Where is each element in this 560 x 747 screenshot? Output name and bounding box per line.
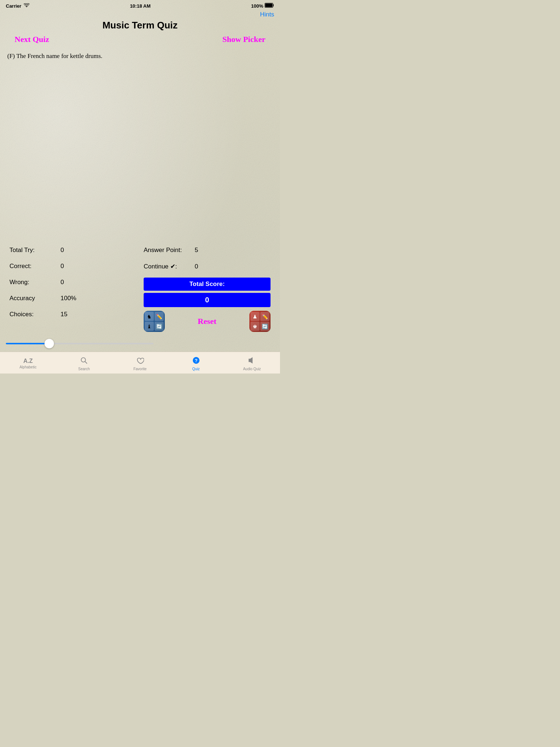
speaker-icon	[248, 356, 256, 366]
app-title: Music Term Quiz	[0, 20, 280, 31]
tab-audio-quiz-label: Audio Quiz	[243, 367, 261, 371]
hints-link[interactable]: Hints	[0, 11, 280, 18]
carrier-label: Carrier	[6, 3, 22, 9]
quiz-icon: ?	[192, 356, 200, 366]
time-display: 10:18 AM	[130, 3, 151, 9]
continue-value: 0	[195, 263, 198, 270]
search-icon	[80, 356, 88, 366]
tab-alphabetic[interactable]: A.Z Alphabetic	[0, 356, 56, 370]
total-try-value: 0	[61, 247, 64, 254]
choices-label: Choices:	[9, 311, 53, 318]
accuracy-label: Accuracy	[9, 295, 53, 302]
wifi-icon	[24, 3, 30, 9]
tab-alphabetic-label: Alphabetic	[19, 365, 36, 369]
correct-label: Correct:	[9, 263, 53, 270]
alphabetic-icon: A.Z	[23, 358, 33, 364]
stats-section: Total Try: 0 Correct: 0 Wrong: 0 Accurac…	[0, 239, 280, 352]
question-text: (F) The French name for kettle drums.	[7, 51, 273, 61]
svg-text:?: ?	[195, 357, 198, 363]
choices-slider[interactable]	[6, 343, 153, 344]
tab-quiz-label: Quiz	[192, 367, 200, 371]
bottom-icons-row: ♞ ✏️ ♝ 🔄 Reset ♟ ✏️ ♚	[140, 311, 274, 332]
status-bar: Carrier 10:18 AM 100%	[0, 0, 280, 10]
tab-quiz[interactable]: ? Quiz	[168, 354, 224, 372]
accuracy-row: Accuracy 100%	[6, 290, 140, 306]
total-score-value: 0	[144, 293, 271, 307]
stats-grid: Total Try: 0 Correct: 0 Wrong: 0 Accurac…	[6, 242, 274, 335]
answer-point-label: Answer Point:	[144, 247, 187, 254]
svg-marker-6	[249, 357, 252, 363]
tab-bar: A.Z Alphabetic Search Favorite ? Quiz	[0, 352, 280, 374]
svg-line-3	[85, 361, 87, 363]
continue-label: Continue ✔:	[144, 263, 187, 270]
action-row: Next Quiz Show Picker	[0, 35, 280, 44]
wrong-label: Wrong:	[9, 279, 53, 286]
red-app-icon[interactable]: ♟ ✏️ ♚ 🔄	[249, 311, 271, 332]
total-try-row: Total Try: 0	[6, 242, 140, 258]
tab-favorite-label: Favorite	[133, 367, 147, 371]
correct-value: 0	[61, 263, 64, 270]
choices-row: Choices: 15	[6, 306, 140, 322]
choices-value: 15	[61, 311, 67, 318]
reset-button[interactable]: Reset	[198, 317, 216, 326]
battery-percent: 100%	[251, 3, 263, 9]
blue-app-icon[interactable]: ♞ ✏️ ♝ 🔄	[144, 311, 165, 332]
continue-row: Continue ✔: 0	[140, 258, 274, 275]
wrong-row: Wrong: 0	[6, 274, 140, 290]
battery-icon	[265, 3, 274, 9]
show-picker-button[interactable]: Show Picker	[222, 35, 265, 44]
svg-rect-1	[265, 4, 273, 7]
tab-search-label: Search	[78, 367, 90, 371]
total-score-label: Total Score:	[144, 278, 271, 291]
tab-search[interactable]: Search	[56, 354, 112, 372]
answer-point-value: 5	[195, 247, 198, 254]
correct-row: Correct: 0	[6, 258, 140, 274]
accuracy-value: 100%	[61, 295, 76, 302]
total-try-label: Total Try:	[9, 247, 53, 254]
tab-audio-quiz[interactable]: Audio Quiz	[224, 354, 280, 372]
answer-point-row: Answer Point: 5	[140, 242, 274, 258]
heart-icon	[136, 356, 144, 366]
wrong-value: 0	[61, 279, 64, 286]
next-quiz-button[interactable]: Next Quiz	[15, 35, 49, 44]
slider-row	[6, 338, 153, 349]
tab-favorite[interactable]: Favorite	[112, 354, 168, 372]
question-area: (F) The French name for kettle drums.	[0, 50, 280, 79]
